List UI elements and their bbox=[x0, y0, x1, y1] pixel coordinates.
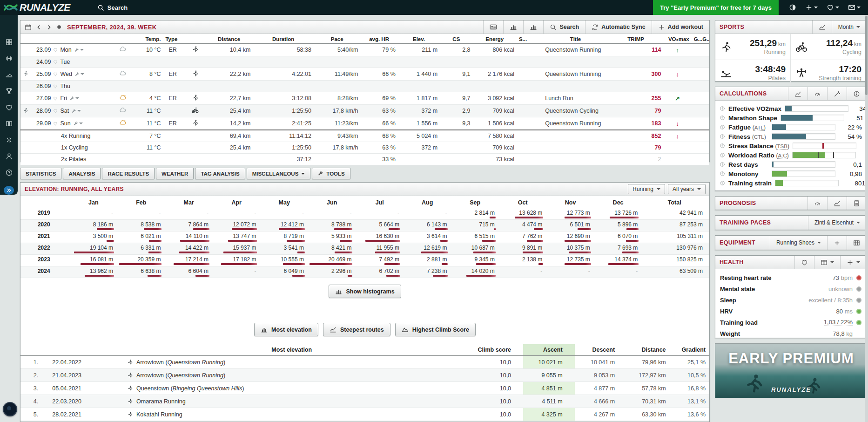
elevation-value[interactable]: 6 021 m bbox=[141, 233, 161, 239]
calendar-icon[interactable] bbox=[25, 24, 32, 31]
sidebar-heart-icon[interactable] bbox=[5, 103, 13, 111]
help-icon[interactable] bbox=[720, 180, 725, 186]
date-cell[interactable]: 25.09Wed bbox=[32, 71, 109, 77]
health-table-menu[interactable] bbox=[814, 256, 840, 269]
elevation-value[interactable]: 7 762 m bbox=[522, 233, 542, 239]
column-header[interactable] bbox=[20, 35, 30, 44]
edit-workout-menu[interactable] bbox=[74, 72, 84, 77]
chart-view-1-button[interactable] bbox=[503, 20, 523, 34]
elevation-value[interactable]: 12 735 m bbox=[567, 256, 590, 263]
theme-toggle[interactable] bbox=[789, 4, 796, 11]
automatic-sync-button[interactable]: Automatic Sync bbox=[585, 20, 651, 34]
date-cell[interactable]: 23.09Mon bbox=[32, 47, 109, 53]
elevation-value[interactable]: 5 896 m bbox=[618, 221, 638, 228]
tab-analysis[interactable]: ANALYSIS bbox=[63, 168, 101, 179]
column-header[interactable]: VO₂max bbox=[663, 35, 691, 44]
equipment-type-select[interactable]: Running Shoes bbox=[770, 236, 827, 250]
show-histograms-button[interactable]: Show histograms bbox=[329, 285, 401, 298]
tab-race-results[interactable]: RACE RESULTS bbox=[102, 168, 155, 179]
date-cell[interactable]: 24.09Tue bbox=[32, 59, 109, 65]
workout-title-cell[interactable] bbox=[543, 56, 608, 68]
elevation-value[interactable]: 6 638 m bbox=[141, 268, 161, 274]
sidebar-question-icon[interactable] bbox=[5, 169, 13, 177]
column-header[interactable]: Duration bbox=[253, 35, 314, 44]
calc-gauge-button[interactable] bbox=[807, 87, 827, 100]
elevation-value[interactable]: 6 049 m bbox=[284, 268, 304, 274]
tab-tools[interactable]: TOOLS bbox=[312, 168, 350, 179]
column-header[interactable]: S... bbox=[517, 35, 543, 44]
calendar-title[interactable]: SEPTEMBER, 2024, 39. WEEK bbox=[67, 24, 156, 31]
elevation-value[interactable]: 14 020 m bbox=[471, 268, 495, 274]
workout-link[interactable]: Queenstown (Bingeing Queenstown Hills) bbox=[127, 385, 456, 392]
year-filter-select[interactable]: All years bbox=[668, 184, 706, 194]
elevation-value[interactable]: 19 104 m bbox=[90, 245, 113, 251]
calendar-day-row[interactable]: 23.09Mon10 °CER10,4 km58:385:40/km79 %21… bbox=[20, 44, 709, 56]
workout-link[interactable]: Arrowtown (Queenstown Running) bbox=[127, 372, 456, 379]
elevation-value[interactable]: 715 m bbox=[479, 221, 495, 228]
elevation-value[interactable]: 2 814 m bbox=[475, 210, 495, 216]
workout-title-cell[interactable]: Queenstown Cycling bbox=[543, 105, 608, 117]
sport-filter-select[interactable]: Running bbox=[628, 184, 665, 194]
sport-summary-cycling[interactable]: 112,24kmCycling bbox=[791, 34, 866, 60]
elevation-value[interactable]: 7 492 m bbox=[379, 256, 399, 263]
elevation-value[interactable]: 12 412 m bbox=[281, 221, 304, 228]
prognosis-calc-button[interactable] bbox=[847, 197, 866, 210]
chart-view-2-button[interactable] bbox=[523, 20, 543, 34]
tab-miscellaneous[interactable]: MISCELLANEOUS bbox=[247, 168, 311, 179]
elevation-value[interactable]: 17 182 m bbox=[233, 256, 256, 263]
column-header[interactable]: CS bbox=[440, 35, 472, 44]
id-card-view-button[interactable] bbox=[483, 20, 503, 34]
elevation-value[interactable]: 6 501 m bbox=[570, 221, 590, 228]
calc-info-button[interactable] bbox=[847, 87, 866, 100]
elevation-value[interactable]: 13 628 m bbox=[519, 210, 542, 216]
elevation-value[interactable]: 17 214 m bbox=[185, 256, 209, 263]
tab-tag-analysis[interactable]: TAG ANALYSIS bbox=[195, 168, 245, 179]
elevation-value[interactable]: 6 604 m bbox=[188, 268, 209, 274]
sidebar-dashboard-icon[interactable] bbox=[5, 38, 13, 46]
health-heart-button[interactable] bbox=[794, 256, 814, 269]
sidebar-trophy-icon[interactable] bbox=[5, 87, 13, 95]
column-header[interactable]: Elev. bbox=[398, 35, 440, 44]
column-header[interactable]: Energy bbox=[473, 35, 517, 44]
most-elevation-button[interactable]: Most elevation bbox=[254, 323, 318, 336]
column-header[interactable] bbox=[30, 35, 112, 44]
workout-title-cell[interactable]: Lunch Run bbox=[543, 92, 608, 105]
column-header[interactable]: avg. HR bbox=[360, 35, 397, 44]
elevation-value[interactable]: 6 331 m bbox=[141, 245, 161, 251]
column-header[interactable] bbox=[112, 35, 133, 44]
prev-week-icon[interactable] bbox=[36, 24, 42, 30]
column-header[interactable]: Distance bbox=[205, 35, 253, 44]
elevation-value[interactable]: 8 186 m bbox=[93, 221, 113, 228]
add-equipment-button[interactable] bbox=[827, 236, 847, 250]
elevation-value[interactable]: 14 422 m bbox=[185, 245, 209, 251]
elevation-value[interactable]: 7 864 m bbox=[188, 221, 209, 228]
help-icon[interactable] bbox=[720, 162, 725, 167]
date-cell[interactable]: 28.09Sat bbox=[32, 108, 109, 114]
elevation-value[interactable]: 2 881 m bbox=[427, 256, 447, 263]
help-icon[interactable] bbox=[720, 171, 725, 177]
help-icon[interactable] bbox=[720, 152, 725, 158]
elevation-value[interactable]: 10 375 m bbox=[567, 245, 590, 251]
add-menu[interactable] bbox=[805, 4, 818, 11]
elevation-value[interactable]: 20 469 m bbox=[328, 256, 351, 263]
elevation-value[interactable]: 7 693 m bbox=[618, 245, 638, 251]
elevation-value[interactable]: 5 933 m bbox=[331, 233, 351, 239]
elevation-value[interactable]: 6 143 m bbox=[427, 221, 447, 228]
date-cell[interactable]: 29.09Sun bbox=[32, 120, 109, 127]
sidebar-shoe-icon[interactable] bbox=[5, 71, 13, 79]
calc-wand-button[interactable] bbox=[827, 87, 847, 100]
workout-title-cell[interactable]: Queenstown Running bbox=[543, 117, 608, 130]
sport-summary-pilates[interactable]: 3:48:49Pilates bbox=[715, 60, 791, 86]
premium-banner[interactable]: EARLY PREMIUM RUNALYZE bbox=[715, 343, 868, 398]
elevation-value[interactable]: 14 110 m bbox=[186, 233, 209, 239]
workout-link[interactable]: Arrowtown (Queenstown Running) bbox=[127, 359, 456, 366]
calendar-day-row[interactable]: 29.09Sun11 °CER14,2 km2:41:2511:23/km66 … bbox=[20, 117, 709, 130]
edit-workout-menu[interactable] bbox=[73, 121, 83, 126]
elevation-value[interactable]: 2 296 m bbox=[331, 268, 351, 274]
help-icon[interactable] bbox=[720, 115, 725, 121]
prognosis-chart-line-button[interactable] bbox=[827, 197, 847, 210]
elevation-value[interactable]: 6 070 m bbox=[618, 233, 638, 239]
elevation-value[interactable]: 16 630 m bbox=[376, 233, 399, 239]
health-menu[interactable] bbox=[827, 4, 839, 11]
health-add-menu[interactable] bbox=[840, 256, 866, 269]
